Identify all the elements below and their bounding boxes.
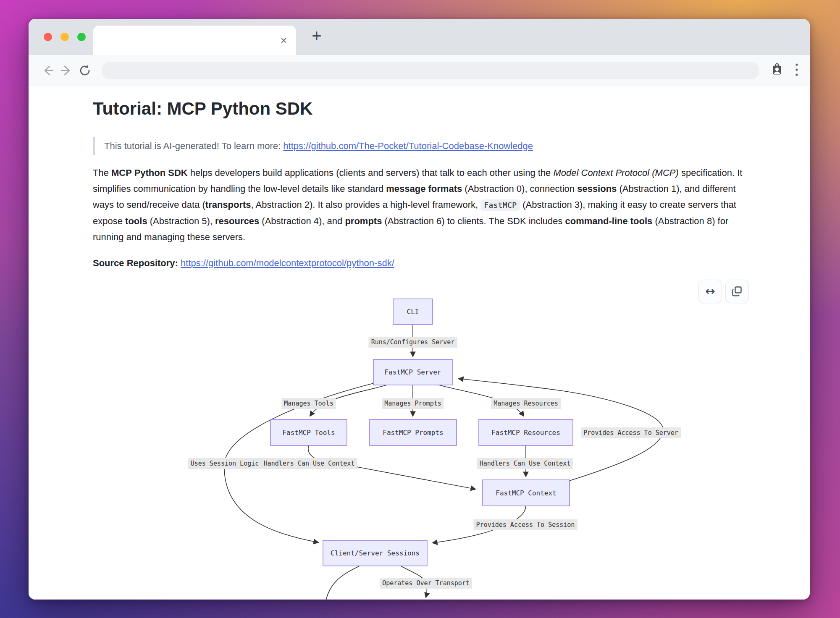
diagram-edge-label: Provides Access To Server bbox=[581, 427, 681, 438]
page-content: Tutorial: MCP Python SDK This tutorial i… bbox=[29, 86, 810, 600]
diagram-edge-label: Provides Access To Session bbox=[474, 519, 578, 530]
diagram-edge-label: Manages Prompts bbox=[382, 398, 444, 409]
intro-segment: transports bbox=[205, 199, 251, 210]
diagram-edge-label-text: Provides Access To Session bbox=[476, 521, 575, 529]
maximize-window-button[interactable] bbox=[77, 33, 86, 41]
diagram-node-label: FastMCP Tools bbox=[282, 428, 335, 436]
intro-segment: (Abstraction 6) to clients. The SDK incl… bbox=[382, 216, 565, 226]
diagram-node-cli: CLI bbox=[393, 299, 433, 325]
intro-segment: (Abstraction 4), and bbox=[259, 216, 345, 226]
source-repository-label: Source Repository: bbox=[93, 258, 181, 268]
profile-badge-icon bbox=[770, 63, 784, 76]
expand-width-button[interactable]: ↔ bbox=[698, 280, 722, 303]
diagram-edge-label: Manages Resources bbox=[491, 398, 561, 409]
intro-segment: FastMCP bbox=[480, 199, 520, 211]
intro-segment: (Abstraction 0), connection bbox=[462, 183, 577, 194]
browser-window: × + bbox=[29, 19, 810, 600]
ai-note-blockquote: This tutorial is AI-generated! To learn … bbox=[93, 137, 746, 155]
address-bar[interactable] bbox=[102, 62, 759, 79]
intro-segment: (Abstraction 5), bbox=[147, 216, 215, 226]
reload-button[interactable] bbox=[76, 61, 94, 80]
diagram-edge-label: Manages Tools bbox=[282, 398, 336, 409]
tab-close-icon[interactable]: × bbox=[281, 35, 287, 46]
close-window-button[interactable] bbox=[44, 33, 52, 41]
intro-segment: Model Context Protocol (MCP) bbox=[553, 168, 678, 178]
desktop-background: { "browser": { "traffic_lights": [ {"nam… bbox=[0, 0, 840, 618]
menu-button[interactable] bbox=[795, 63, 799, 79]
intro-segment: command-line tools bbox=[565, 216, 653, 226]
intro-segment: MCP Python SDK bbox=[111, 168, 188, 178]
diagram-controls: ↔ bbox=[698, 280, 749, 303]
diagram-node-label: FastMCP Server bbox=[385, 368, 441, 376]
new-tab-button[interactable]: + bbox=[307, 26, 327, 47]
back-button[interactable] bbox=[39, 61, 57, 80]
diagram-edge-label: Handlers Can Use Context bbox=[261, 458, 357, 469]
diagram-edge bbox=[324, 566, 360, 600]
reload-icon bbox=[78, 64, 92, 77]
copy-button[interactable] bbox=[725, 280, 749, 303]
diagram-edge-label-text: Handlers Can Use Context bbox=[480, 460, 571, 467]
intro-segment: prompts bbox=[345, 216, 382, 226]
diagram-node-fastmcp-tools: FastMCP Tools bbox=[270, 419, 347, 445]
profile-button[interactable] bbox=[770, 63, 784, 78]
intro-paragraph: The MCP Python SDK helps developers buil… bbox=[93, 165, 746, 245]
diagram-edge-label-text: Manages Resources bbox=[494, 400, 558, 407]
forward-button[interactable] bbox=[57, 61, 76, 80]
diagram-node-label: FastMCP Context bbox=[496, 489, 556, 497]
diagram-node-client-server-sessions: Client/Server Sessions bbox=[323, 540, 427, 566]
diagram-edge-label: Uses Session Logic bbox=[188, 458, 262, 469]
page-title: Tutorial: MCP Python SDK bbox=[93, 98, 746, 127]
diagram-node-label: FastMCP Prompts bbox=[383, 428, 444, 436]
intro-segment: tools bbox=[125, 216, 147, 226]
intro-segment: message formats bbox=[386, 183, 462, 194]
mermaid-flowchart: Runs/Configures ServerManages ToolsManag… bbox=[179, 283, 725, 600]
diagram-edge-label-text: Manages Prompts bbox=[384, 400, 441, 407]
note-text: This tutorial is AI-generated! To learn … bbox=[104, 141, 283, 151]
diagram-edge-label-text: Provides Access To Server bbox=[583, 429, 678, 437]
menu-dots-icon bbox=[795, 63, 799, 77]
diagram-node-fastmcp-server: FastMCP Server bbox=[373, 359, 452, 385]
source-repository-link[interactable]: https://github.com/modelcontextprotocol/… bbox=[181, 258, 394, 268]
intro-segment: sessions bbox=[577, 183, 617, 194]
diagram-edge-label-text: Runs/Configures Server bbox=[371, 338, 455, 346]
diagram-edge-label-text: Uses Session Logic bbox=[191, 460, 259, 467]
minimize-window-button[interactable] bbox=[60, 33, 69, 41]
diagram-node-label: Client/Server Sessions bbox=[331, 549, 420, 557]
diagram-edge-label: Handlers Can Use Context bbox=[477, 458, 573, 469]
back-arrow-icon bbox=[42, 64, 54, 77]
diagram-node-fastmcp-context: FastMCP Context bbox=[483, 480, 570, 506]
tutorial-codebase-link[interactable]: https://github.com/The-Pocket/Tutorial-C… bbox=[283, 141, 533, 151]
traffic-lights bbox=[44, 33, 86, 41]
browser-tab[interactable]: × bbox=[93, 26, 296, 55]
toolbar-right-group bbox=[770, 63, 799, 79]
intro-segment: , Abstraction 2). It also provides a hig… bbox=[251, 199, 481, 210]
copy-icon bbox=[732, 286, 743, 297]
diagram-edge-label-text: Handlers Can Use Context bbox=[264, 460, 355, 467]
intro-segment: resources bbox=[215, 216, 259, 226]
forward-arrow-icon bbox=[60, 64, 73, 77]
source-repository-line: Source Repository: https://github.com/mo… bbox=[93, 256, 746, 270]
expand-width-icon: ↔ bbox=[705, 285, 715, 297]
browser-toolbar bbox=[29, 55, 810, 86]
diagram-node-fastmcp-prompts: FastMCP Prompts bbox=[370, 419, 457, 445]
diagram-node-label: CLI bbox=[407, 308, 419, 316]
intro-segment: helps developers build applications (cli… bbox=[188, 168, 554, 178]
diagram-edge-label: Runs/Configures Server bbox=[369, 337, 457, 348]
diagram-section: ↔ Runs/Configures ServerManages ToolsMan… bbox=[93, 283, 746, 600]
diagram-edge-label: Operates Over Transport bbox=[380, 578, 472, 589]
diagram-node-label: FastMCP Resources bbox=[491, 428, 560, 436]
diagram-node-fastmcp-resources: FastMCP Resources bbox=[479, 419, 573, 445]
diagram-edge-label-text: Operates Over Transport bbox=[382, 579, 470, 587]
tab-strip: × + bbox=[29, 19, 810, 55]
diagram-edge-label-text: Manages Tools bbox=[284, 400, 333, 407]
intro-segment: The bbox=[93, 168, 111, 178]
